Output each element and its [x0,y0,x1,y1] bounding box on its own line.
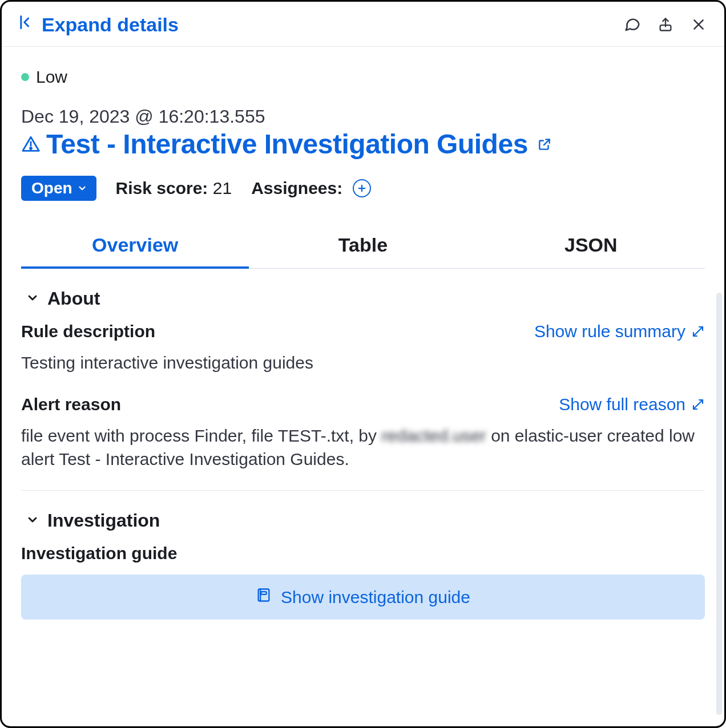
risk-score-value: 21 [213,179,232,197]
severity-dot-icon [21,73,29,81]
investigation-section-toggle[interactable]: Investigation [26,510,705,531]
show-rule-summary-label: Show rule summary [534,322,685,341]
tab-overview[interactable]: Overview [21,224,249,269]
divider [21,490,705,491]
alert-reason-prefix: file event with process Finder, file TES… [21,426,381,445]
share-icon[interactable] [656,15,675,34]
tab-table[interactable]: Table [249,224,477,268]
status-label: Open [31,179,72,197]
investigation-title: Investigation [47,510,160,531]
expand-icon [691,325,705,338]
svg-line-11 [693,405,698,409]
chevron-down-icon [26,510,39,531]
investigation-section: Investigation Investigation guide Show i… [21,510,705,620]
alert-reason-label: Alert reason [21,395,121,414]
flyout-content: Low Dec 19, 2023 @ 16:20:13.555 Test - I… [2,47,724,722]
expand-details-button[interactable]: Expand details [18,13,179,36]
alert-title-link[interactable]: Test - Interactive Investigation Guides [46,130,528,160]
alert-reason-text: file event with process Finder, file TES… [21,424,705,471]
show-full-reason-label: Show full reason [559,395,685,414]
scrollbar[interactable] [716,293,722,715]
assignees-label: Assignees: [251,179,342,198]
rule-description-text: Testing interactive investigation guides [21,351,705,375]
severity-row: Low [21,67,705,87]
rule-description-label: Rule description [21,322,155,341]
expand-icon [691,398,705,411]
chat-icon[interactable] [623,15,642,34]
flyout-header: Expand details [2,2,724,47]
risk-score: Risk score: 21 [116,179,232,198]
tabs: Overview Table JSON [21,224,705,269]
add-assignee-button[interactable] [353,179,371,197]
show-rule-summary-button[interactable]: Show rule summary [534,322,705,341]
external-link-icon[interactable] [537,137,552,152]
risk-score-label: Risk score: [116,179,208,197]
chevron-down-icon [77,183,87,193]
svg-point-5 [30,148,32,149]
show-full-reason-button[interactable]: Show full reason [559,395,705,414]
show-investigation-guide-label: Show investigation guide [281,588,470,607]
alert-reason-user: redacted.user [381,426,486,445]
svg-rect-13 [261,592,266,594]
about-section: About Rule description Show rule summary… [21,288,705,491]
svg-line-8 [698,327,703,331]
show-investigation-guide-button[interactable]: Show investigation guide [21,575,705,620]
svg-line-9 [693,331,698,336]
timestamp: Dec 19, 2023 @ 16:20:13.555 [21,106,705,127]
svg-line-10 [698,400,703,405]
collapse-left-icon [18,13,34,36]
close-icon[interactable] [689,15,708,34]
about-section-toggle[interactable]: About [26,288,705,309]
guide-icon [256,587,272,607]
about-title: About [47,288,100,309]
alert-reason-row: Alert reason Show full reason [21,395,705,414]
severity-label: Low [36,67,67,87]
chevron-down-icon [26,288,39,309]
rule-description-row: Rule description Show rule summary [21,322,705,341]
tab-json[interactable]: JSON [477,224,705,268]
status-dropdown[interactable]: Open [21,176,96,201]
header-actions [623,15,708,34]
warning-icon [21,135,41,154]
investigation-guide-label: Investigation guide [21,544,705,563]
meta-row: Open Risk score: 21 Assignees: [21,176,705,201]
alert-title-row: Test - Interactive Investigation Guides [21,130,705,160]
expand-details-label: Expand details [42,14,179,36]
assignees: Assignees: [251,179,371,198]
